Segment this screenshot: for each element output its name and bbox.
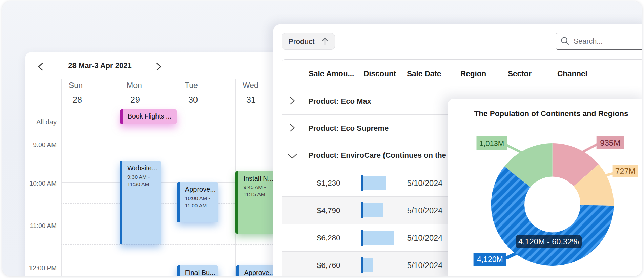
svg-text:727M: 727M [615, 167, 636, 176]
svg-text:1,013M: 1,013M [479, 139, 504, 148]
svg-text:4,120M - 60.32%: 4,120M - 60.32% [518, 237, 579, 246]
svg-text:935M: 935M [600, 138, 620, 147]
svg-text:4,120M: 4,120M [477, 255, 503, 264]
